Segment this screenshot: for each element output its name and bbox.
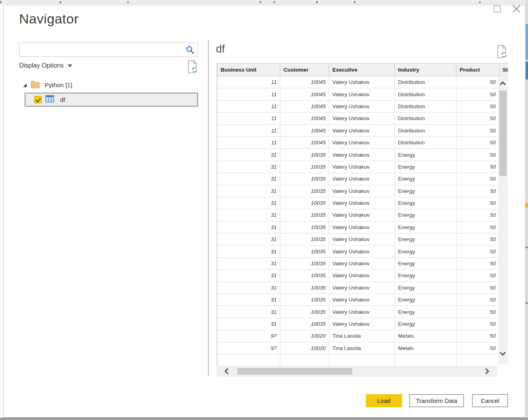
cell: 97 [217, 330, 280, 342]
cell: 10045 [280, 124, 329, 136]
preview-title: df [216, 43, 225, 55]
cell: 11 [217, 124, 280, 136]
table-icon [45, 95, 54, 104]
transform-data-button[interactable]: Transform Data [409, 394, 464, 407]
cell: 50 [456, 221, 499, 233]
background-top-strip [0, 0, 528, 4]
cell: 50 [456, 330, 499, 342]
cell: Metals [395, 342, 456, 354]
search-input[interactable] [22, 44, 183, 56]
cell: 10035 [280, 197, 329, 209]
column-header: Executive [329, 64, 395, 76]
cell: 50 [456, 257, 499, 269]
cell: 11 [217, 113, 280, 124]
cell: 10045 [280, 113, 329, 124]
background-fragment [526, 302, 528, 304]
background-fragment [526, 247, 528, 248]
cell: Distribution [395, 124, 456, 136]
background-speck [274, 1, 275, 3]
cell: Distribution [395, 88, 456, 100]
cell: Tina Lassila [329, 342, 395, 354]
background-fragment [526, 203, 528, 208]
cell: 50 [456, 88, 499, 100]
cell: 31 [217, 149, 280, 161]
cell: 31 [217, 197, 280, 209]
table-row: 3110035Valery UshakovEnergy50 [217, 173, 509, 185]
cell: Valery Ushakov [329, 197, 395, 209]
tree-expand-icon[interactable] [23, 84, 27, 87]
cell: Tina Lassila [329, 330, 395, 342]
cell: Valery Ushakov [329, 88, 395, 100]
cancel-button[interactable]: Cancel [472, 394, 508, 407]
tree-node-df[interactable]: df [25, 93, 198, 107]
cell: 50 [456, 161, 499, 173]
cell: 11 [217, 88, 280, 100]
display-options-dropdown[interactable]: Display Options [19, 62, 72, 69]
cell: 10035 [280, 294, 329, 306]
cell: 31 [217, 257, 280, 269]
background-speck [354, 1, 355, 3]
cell: 31 [217, 294, 280, 306]
cell: Energy [395, 197, 456, 209]
cell: 50 [456, 306, 499, 318]
table-row: 3110035Valery UshakovEnergy50 [217, 282, 509, 294]
tree-item-label: df [60, 96, 65, 103]
table-row: 3110035Valery UshakovEnergy50 [217, 185, 509, 197]
cell: Energy [395, 270, 456, 282]
scroll-down-icon[interactable] [500, 350, 506, 356]
cell: Energy [395, 185, 456, 197]
cell: 31 [217, 245, 280, 257]
search-icon[interactable] [186, 45, 194, 55]
horizontal-scrollbar-thumb[interactable] [237, 368, 352, 375]
cell: Valery Ushakov [329, 294, 395, 306]
df-checkbox[interactable] [34, 96, 42, 103]
cell: Energy [395, 161, 456, 173]
cell: Valery Ushakov [329, 113, 395, 124]
maximize-icon[interactable] [494, 6, 501, 12]
cell: Energy [395, 294, 456, 306]
scroll-up-icon[interactable] [500, 82, 506, 88]
vertical-scrollbar[interactable] [498, 78, 508, 364]
table-row: 3110035Valery UshakovEnergy50 [217, 245, 509, 257]
cell: 31 [217, 270, 280, 282]
tree-folder-label: Python [1] [45, 82, 72, 89]
cell [280, 354, 329, 366]
column-header: Business Unit [217, 64, 280, 76]
table-row: 1110045Valery UshakovDistribution50 [217, 100, 509, 112]
cell: 10035 [280, 282, 329, 294]
vertical-scrollbar-thumb[interactable] [499, 91, 507, 176]
horizontal-scrollbar[interactable] [217, 366, 497, 377]
preview-table-header-row: Business UnitCustomerExecutiveIndustryPr… [217, 64, 509, 76]
table-row: 3110035Valery UshakovEnergy50 [217, 270, 509, 282]
table-row: 3110035Valery UshakovEnergy50 [217, 294, 509, 306]
chevron-down-icon [68, 64, 72, 67]
cell: 50 [456, 185, 499, 197]
table-row: 3110035Valery UshakovEnergy50 [217, 306, 509, 318]
table-row-partial [217, 354, 509, 366]
cell: Valery Ushakov [329, 233, 395, 245]
close-icon[interactable] [512, 4, 521, 14]
cell: Energy [395, 306, 456, 318]
cell: 11 [217, 76, 280, 88]
folder-icon [31, 82, 40, 88]
tree-node-python[interactable]: Python [1] [23, 80, 72, 91]
scroll-right-icon[interactable] [483, 368, 489, 375]
cell: 31 [217, 233, 280, 245]
refresh-icon[interactable] [187, 60, 199, 76]
cell [456, 354, 499, 366]
cell: 31 [217, 209, 280, 221]
cell: Valery Ushakov [329, 161, 395, 173]
load-button[interactable]: Load [366, 394, 402, 407]
refresh-preview-icon[interactable] [496, 45, 508, 61]
cell: 31 [217, 173, 280, 185]
cell: 10035 [280, 149, 329, 161]
cell: Valery Ushakov [329, 318, 395, 330]
background-speck [60, 1, 61, 3]
cell: Valery Ushakov [329, 173, 395, 185]
cell: 10045 [280, 100, 329, 112]
cell: Energy [395, 318, 456, 330]
table-row: 3110035Valery UshakovEnergy50 [217, 233, 509, 245]
display-options-label: Display Options [19, 62, 64, 69]
scroll-left-icon[interactable] [225, 368, 231, 375]
cell: Energy [395, 221, 456, 233]
